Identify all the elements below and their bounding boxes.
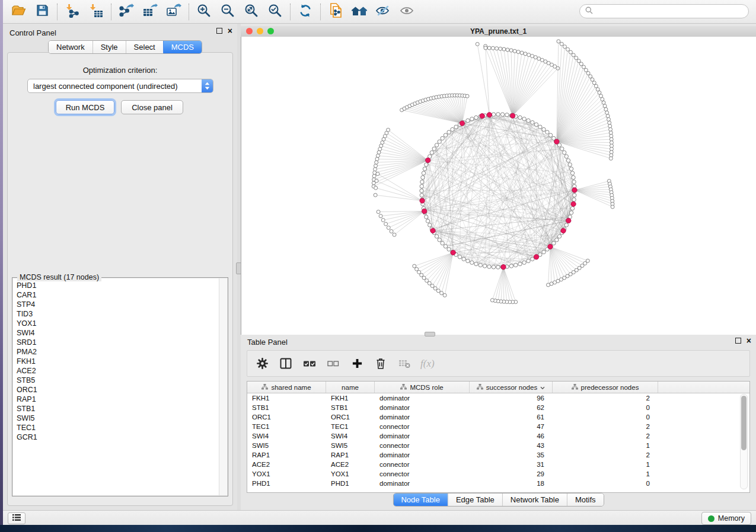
close-panel-icon[interactable]: ×	[747, 338, 751, 344]
mcds-result-item[interactable]: FKH1	[13, 357, 219, 366]
import-network-button[interactable]	[60, 2, 84, 21]
export-network-button[interactable]	[114, 2, 138, 21]
table-toolbar: f(x)	[247, 350, 750, 377]
zoom-selected-button[interactable]	[263, 2, 287, 21]
cell-successor_nodes: 18	[470, 480, 553, 487]
column-header-name[interactable]: name	[326, 382, 375, 393]
sort-order-icon[interactable]	[540, 384, 545, 391]
cell-name: ORC1	[326, 414, 375, 421]
select-all-icon[interactable]	[302, 356, 317, 371]
export-image-icon	[166, 4, 181, 20]
export-image-button[interactable]	[162, 2, 186, 21]
mcds-result-item[interactable]: PMA2	[13, 347, 219, 357]
table-tab-network-table[interactable]: Network Table	[502, 493, 567, 506]
show-all-icon	[399, 5, 414, 19]
cell-successor_nodes: 35	[470, 451, 553, 459]
application-window: Control Panel × NetworkStyleSelectMCDS O…	[3, 0, 756, 525]
save-button[interactable]	[30, 2, 54, 21]
add-column-button[interactable]	[349, 356, 365, 371]
mcds-result-item[interactable]: PHD1	[13, 281, 219, 290]
table-row[interactable]: PHD1PHD1dominator180	[247, 479, 749, 488]
hide-selected-icon	[375, 5, 391, 19]
mcds-result-item[interactable]: TID3	[13, 309, 219, 319]
table-row[interactable]: FKH1FKH1dominator962	[247, 393, 749, 403]
mcds-result-item[interactable]: RAP1	[13, 395, 219, 404]
table-scrollbar[interactable]	[740, 394, 748, 489]
mcds-result-item[interactable]: STB5	[13, 376, 219, 385]
mcds-result-item[interactable]: YOX1	[13, 319, 219, 328]
table-tab-edge-table[interactable]: Edge Table	[448, 493, 502, 506]
open-button[interactable]	[7, 2, 30, 21]
mcds-result-item[interactable]: STB1	[13, 404, 219, 414]
cell-predecessor_nodes: 2	[553, 451, 658, 459]
close-panel-button[interactable]: Close panel	[121, 100, 183, 114]
column-header-successor-nodes[interactable]: successor nodes	[470, 382, 553, 393]
cell-shared_name: TEC1	[247, 423, 326, 430]
mcds-result-item[interactable]: SRD1	[13, 338, 219, 347]
table-row[interactable]: YOX1YOX1connector291	[247, 469, 749, 479]
deselect-all-icon[interactable]	[326, 356, 341, 371]
tab-style[interactable]: Style	[92, 41, 126, 53]
mcds-result-item[interactable]: GCR1	[13, 432, 219, 442]
mcds-result-list[interactable]: PHD1CAR1STP4TID3YOX1SWI4SRD1PMA2FKH1ACE2…	[13, 278, 227, 495]
cell-predecessor_nodes: 2	[553, 432, 658, 440]
show-all-button[interactable]	[395, 2, 419, 21]
duplicate-network-button[interactable]	[324, 2, 347, 21]
cell-name: FKH1	[326, 395, 375, 402]
column-header-mcds-role[interactable]: MCDS role	[375, 382, 470, 393]
tab-select[interactable]: Select	[126, 41, 163, 53]
first-neighbors-button[interactable]	[347, 2, 371, 21]
zoom-fit-button[interactable]	[240, 2, 263, 21]
refresh-button[interactable]	[294, 2, 317, 21]
show-panels-button[interactable]	[8, 512, 25, 524]
tab-mcds[interactable]: MCDS	[163, 41, 202, 53]
table-row[interactable]: ACE2ACE2connector311	[247, 460, 749, 469]
table-row[interactable]: ORC1ORC1dominator610	[247, 412, 749, 422]
column-header-predecessor-nodes[interactable]: predecessor nodes	[553, 382, 658, 393]
close-panel-icon[interactable]: ×	[228, 28, 232, 34]
network-canvas[interactable]	[241, 37, 756, 335]
desktop-wallpaper-bottom	[0, 525, 756, 532]
table-row[interactable]: SWI5SWI5connector431	[247, 441, 749, 450]
delete-column-button[interactable]	[373, 356, 388, 371]
search-field[interactable]	[579, 4, 749, 18]
float-window-icon[interactable]	[216, 28, 222, 34]
table-row[interactable]: STB1STB1dominator620	[247, 403, 749, 412]
settings-button[interactable]	[254, 356, 270, 371]
memory-button[interactable]: Memory	[701, 512, 751, 525]
mcds-result-item[interactable]: SWI4	[13, 328, 219, 338]
hide-selected-button[interactable]	[371, 2, 395, 21]
mcds-result-item[interactable]: ORC1	[13, 385, 219, 395]
toolbar-separator	[57, 4, 58, 20]
zoom-out-button[interactable]	[216, 2, 240, 21]
split-view-icon[interactable]	[278, 356, 294, 371]
horizontal-splitter-handle[interactable]	[425, 332, 435, 336]
memory-status-icon	[708, 515, 714, 522]
mcds-result-item[interactable]: ACE2	[13, 366, 219, 376]
import-table-button[interactable]	[84, 2, 108, 21]
column-header-shared-name[interactable]: shared name	[247, 382, 326, 393]
export-table-button[interactable]	[138, 2, 162, 21]
network-window-titlebar[interactable]: YPA_prune.txt_1	[241, 26, 756, 37]
criterion-dropdown[interactable]: largest connected component (undirected)	[27, 79, 213, 93]
table-tab-motifs[interactable]: Motifs	[567, 493, 604, 506]
table-row[interactable]: TEC1TEC1connector472	[247, 422, 749, 431]
table-row[interactable]: SWI4SWI4dominator462	[247, 431, 749, 441]
save-icon	[36, 4, 49, 19]
float-window-icon[interactable]	[735, 338, 741, 344]
mcds-list-scrollbar[interactable]	[219, 278, 227, 495]
table-row[interactable]: RAP1RAP1dominator352	[247, 450, 749, 460]
mcds-result-item[interactable]: SWI5	[13, 414, 219, 423]
tab-network[interactable]: Network	[49, 41, 92, 53]
table-tab-node-table[interactable]: Node Table	[393, 493, 448, 506]
mcds-result-item[interactable]: STP4	[13, 300, 219, 309]
mcds-result-item[interactable]: CAR1	[13, 290, 219, 300]
toolbar-separator	[320, 4, 321, 20]
network-view-window: YPA_prune.txt_1	[241, 26, 756, 335]
search-input[interactable]	[596, 7, 748, 16]
table-scrollbar-thumb[interactable]	[741, 396, 747, 450]
run-mcds-button[interactable]: Run MCDS	[56, 100, 114, 114]
zoom-in-button[interactable]	[192, 2, 216, 21]
cell-shared_name: FKH1	[247, 395, 326, 402]
mcds-result-item[interactable]: TEC1	[13, 423, 219, 432]
